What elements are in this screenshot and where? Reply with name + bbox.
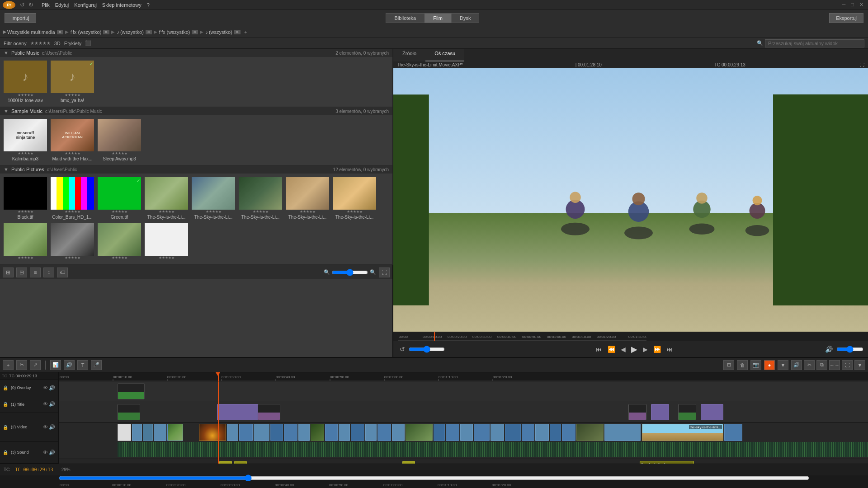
tab-timeline[interactable]: Oś czasu [425,49,464,61]
breadcrumb-add[interactable]: + [244,29,247,35]
track-lock-icon[interactable]: 🔒 [3,385,8,390]
clip-video-33[interactable] [724,424,742,441]
clip-video-20[interactable] [434,424,445,441]
tl-add-btn[interactable]: + [3,360,14,370]
tl-red-btn[interactable]: ● [764,360,775,370]
list-item[interactable]: ✓ ★★★★★ Green.tif [97,176,142,221]
clip-video-23[interactable] [474,424,490,441]
list-item[interactable]: ★★★★★ [97,222,142,262]
list-item[interactable]: WILLIAMACKERMAN ★★★★★ Maid with the Flax… [50,118,95,162]
sort-btn[interactable]: ↕ [43,267,54,277]
clip-video-18[interactable] [392,424,405,441]
breadcrumb-all-media[interactable]: ▶ Wszystkie multimedia ✕ [3,29,63,35]
clip-title-2[interactable] [258,404,280,420]
breadcrumb-fx2[interactable]: f fx (wszystko) ✕ [159,29,198,35]
list-item[interactable]: ★★★★★ [144,222,189,262]
volume-btn[interactable]: 🔊 [823,345,835,354]
minimize-btn[interactable]: ─ [840,2,848,8]
media-group-header-sample-music[interactable]: ▼ Sample Music c:\Users\Public\Public Mu… [0,107,392,115]
group-arrow-0[interactable]: ▼ [4,50,9,56]
clip-title-4[interactable] [651,404,669,420]
track-lock-icon-1[interactable]: 🔒 [3,402,8,407]
track-lock-icon-3[interactable]: 🔒 [3,450,8,455]
menu-help[interactable]: ? [147,2,150,8]
clip-video-2[interactable] [143,424,153,441]
clip-video-16[interactable] [365,424,377,441]
tl-audio-btn[interactable]: 🔊 [64,360,75,370]
search-input[interactable] [765,39,864,47]
tl-cut-btn[interactable]: ✂ [16,360,27,370]
clip-video-17[interactable] [377,424,391,441]
tag-btn[interactable]: 🏷 [57,267,68,277]
clip-video-9[interactable] [270,424,283,441]
eksportuj-button[interactable]: Eksportuj [829,13,863,23]
clip-video-31[interactable] [604,424,641,441]
step-back-btn[interactable]: ⏪ [606,345,617,354]
breadcrumb-close-3[interactable]: ✕ [192,30,198,34]
list-item[interactable]: ★★★★★ [3,222,48,262]
go-end-btn[interactable]: ⏭ [665,345,675,354]
clip-title-3[interactable] [628,404,646,420]
menu-edytuj[interactable]: Edytuj [55,2,69,8]
tl-more-btn[interactable]: ▼ [854,360,865,370]
filter-stars[interactable]: ★★★★★ [30,41,51,46]
tab-source[interactable]: Źródło [393,49,425,61]
clip-video-32[interactable]: the-sky-is-the-limi... [642,424,723,441]
speed-slider[interactable] [836,346,863,353]
media-group-header-public-pictures[interactable]: ▼ Public Pictures c:\Users\Public 12 ele… [0,165,392,174]
tl-monitor-btn[interactable]: ⊟ [723,360,734,370]
clip-video-30[interactable] [576,424,604,441]
filter-etykiety-icon[interactable]: ⬛ [85,40,91,46]
clip-video-24[interactable] [491,424,504,441]
clip-video-10[interactable] [284,424,297,441]
breadcrumb-close-2[interactable]: ✕ [146,30,152,34]
tl-chart-btn[interactable]: 📊 [50,360,61,370]
clip-video-3[interactable] [154,424,166,441]
redo-btn[interactable]: ↻ [28,1,33,8]
clip-video-12[interactable] [311,424,324,441]
breadcrumb-close-0[interactable]: ✕ [57,30,63,34]
close-btn[interactable]: ✕ [858,2,865,8]
list-item[interactable]: ★★★★★ The-Sky-is-the-Li... [191,176,236,221]
clip-video-8[interactable] [254,424,269,441]
clip-video-22[interactable] [460,424,473,441]
maximize-btn[interactable]: □ [849,2,856,8]
clip-video-26[interactable] [522,424,534,441]
filter-3d[interactable]: 3D [54,41,61,46]
group-arrow-1[interactable]: ▼ [4,108,9,114]
breadcrumb-all2[interactable]: ♪ (wszystko) ✕ [117,29,151,35]
filter-etykiety[interactable]: Etykiety [64,41,82,46]
clip-video-15[interactable] [351,424,364,441]
tl-expand-btn[interactable]: ⛶ [842,360,853,370]
clip-video-28[interactable] [550,424,561,441]
list-item[interactable]: ♪ ★★★★★ 1000Hz-tone.wav [3,60,48,104]
tl-arrow-btn[interactable]: ↗ [30,360,41,370]
step-fwd-btn[interactable]: ⏩ [651,345,663,354]
list-item[interactable]: ★★★★★ The-Sky-is-the-Li... [144,176,189,221]
tl-vol-btn[interactable]: 🔊 [791,360,802,370]
list-item[interactable]: ★★★★★ The-Sky-is-the-Li... [285,176,330,221]
list-item[interactable]: ★★★★★ Black.tif [3,176,48,221]
clip-video-5[interactable] [199,424,226,441]
clip-title-5[interactable] [678,404,696,420]
track-lock-icon-2[interactable]: 🔒 [3,425,8,430]
track-eye-icon-2[interactable]: 👁 [43,424,48,430]
clip-video-6[interactable] [227,424,238,441]
undo-btn[interactable]: ↺ [20,1,25,8]
timeline-scroll-input[interactable] [59,476,809,480]
clip-video-1[interactable] [132,424,142,441]
clip-video-25[interactable] [505,424,521,441]
preview-expand-btn[interactable]: ⛶ [860,62,864,67]
tl-delete-btn[interactable]: 🗑 [737,360,748,370]
clip-video-14[interactable] [339,424,350,441]
clip-sound-2[interactable] [402,461,415,464]
tl-arrow3-btn[interactable]: ←→ [829,360,840,370]
play-btn[interactable]: ▶ [629,343,639,355]
list-item[interactable]: ★★★★★ [50,222,95,262]
list-item[interactable]: ★★★★★ The-Sky-is-the-Li... [238,176,283,221]
breadcrumb-close-1[interactable]: ✕ [103,30,109,34]
tl-overlay-btn[interactable]: ⧉ [816,360,827,370]
breadcrumb-close-4[interactable]: ✕ [234,30,241,34]
clip-video-29[interactable] [562,424,576,441]
menu-plik[interactable]: Plik [42,2,50,8]
